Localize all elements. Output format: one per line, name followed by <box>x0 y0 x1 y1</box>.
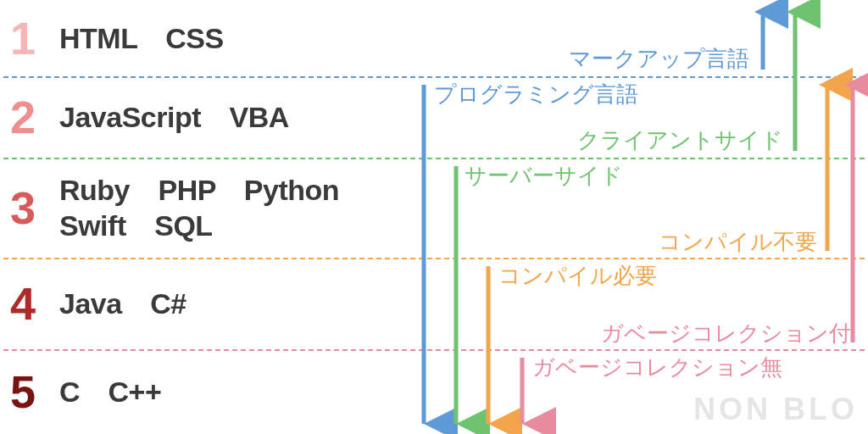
row-number-1: 1 <box>10 12 59 64</box>
label-compile-no: コンパイル不要 <box>659 227 817 257</box>
row-langs-2: JavaScript VBA <box>59 99 289 136</box>
label-client: クライアントサイド <box>577 125 783 155</box>
divider-4-pink <box>3 349 865 351</box>
label-markup: マークアップ言語 <box>569 44 749 74</box>
row-number-4: 4 <box>10 277 59 330</box>
row-langs-3: Ruby PHP Python Swift SQL <box>59 172 339 244</box>
label-server: サーバーサイド <box>465 161 623 191</box>
row-number-2: 2 <box>10 91 59 143</box>
label-gc-yes: ガベージコレクション付 <box>601 319 851 348</box>
row-number-3: 3 <box>10 181 59 234</box>
row-langs-1: HTML CSS <box>59 20 224 57</box>
row-number-5: 5 <box>10 365 59 418</box>
label-gc-no: ガベージコレクション無 <box>532 353 782 382</box>
row-langs-4: Java C# <box>59 286 186 322</box>
divider-1-blue <box>3 76 865 78</box>
watermark: NON BLO <box>693 392 858 427</box>
divider-2-green <box>3 158 865 159</box>
divider-3-orange <box>3 258 865 259</box>
label-programming: プログラミング言語 <box>434 80 638 109</box>
label-compile-yes: コンパイル必要 <box>498 261 657 291</box>
row-langs-5: C C++ <box>59 374 161 410</box>
